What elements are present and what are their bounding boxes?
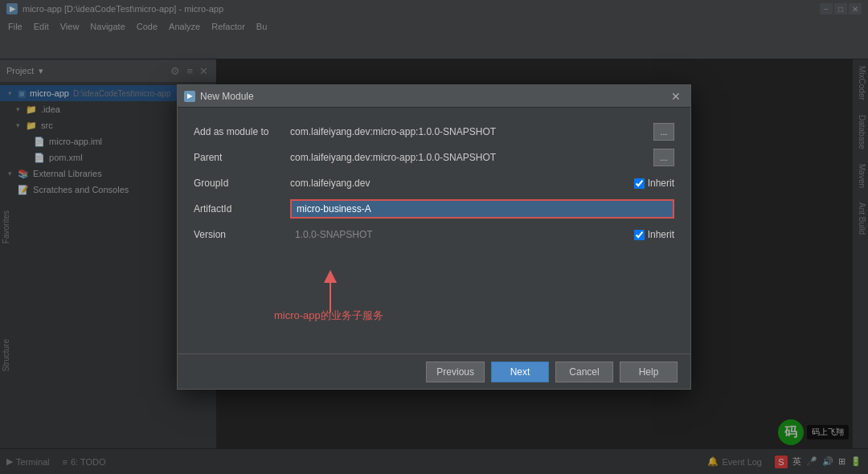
groupid-value: com.laifeiyang.dev (290, 178, 628, 189)
label-add-as-module: Add as module to (194, 126, 290, 137)
add-as-module-value: com.laifeiyang.dev:micro-app:1.0.0-SNAPS… (290, 126, 649, 137)
annotation-text: micro-app的业务子服务 (274, 309, 383, 323)
dialog-close-button[interactable]: ✕ (668, 88, 684, 104)
dialog-overlay: ▶ New Module ✕ Add as module to com.laif… (0, 0, 868, 474)
form-row-groupid: GroupId com.laifeiyang.dev Inherit (194, 172, 674, 194)
parent-value: com.laifeiyang.dev:micro-app:1.0.0-SNAPS… (290, 152, 649, 163)
dialog-body: Add as module to com.laifeiyang.dev:micr… (178, 108, 690, 353)
dialog-title-bar: ▶ New Module ✕ (178, 85, 690, 108)
form-row-add-as-module: Add as module to com.laifeiyang.dev:micr… (194, 121, 674, 143)
version-inherit-checkbox[interactable] (634, 230, 645, 240)
artifactid-input[interactable] (290, 199, 674, 219)
add-as-module-ellipsis-button[interactable]: ... (653, 123, 674, 141)
previous-button[interactable]: Previous (426, 362, 485, 382)
dialog-title-text: New Module (200, 91, 254, 102)
new-module-dialog: ▶ New Module ✕ Add as module to com.laif… (177, 84, 691, 390)
dialog-title-left: ▶ New Module (184, 91, 254, 102)
add-as-module-field-container: com.laifeiyang.dev:micro-app:1.0.0-SNAPS… (290, 123, 674, 141)
help-button[interactable]: Help (620, 362, 678, 382)
version-inherit-label: Inherit (648, 229, 674, 240)
dialog-footer: Previous Next Cancel Help (178, 353, 690, 389)
form-row-artifactid: ArtifactId (194, 198, 674, 220)
groupid-inherit-checkbox[interactable] (634, 178, 645, 189)
version-inherit-container: Inherit (634, 229, 674, 240)
form-row-version: Version Inherit (194, 223, 674, 246)
groupid-inherit-container: Inherit (634, 178, 674, 189)
label-version: Version (194, 229, 290, 240)
label-groupid: GroupId (194, 178, 290, 189)
groupid-inherit-label: Inherit (648, 178, 674, 189)
label-artifactid: ArtifactId (194, 203, 290, 215)
form-row-parent: Parent com.laifeiyang.dev:micro-app:1.0.… (194, 146, 674, 169)
label-parent: Parent (194, 152, 290, 163)
version-input (290, 225, 628, 244)
next-button[interactable]: Next (491, 362, 549, 382)
annotation-area: micro-app的业务子服务 (242, 268, 674, 333)
cancel-button[interactable]: Cancel (555, 362, 613, 382)
dialog-title-icon: ▶ (184, 91, 195, 102)
parent-ellipsis-button[interactable]: ... (653, 149, 674, 166)
parent-field-container: com.laifeiyang.dev:micro-app:1.0.0-SNAPS… (290, 149, 674, 166)
